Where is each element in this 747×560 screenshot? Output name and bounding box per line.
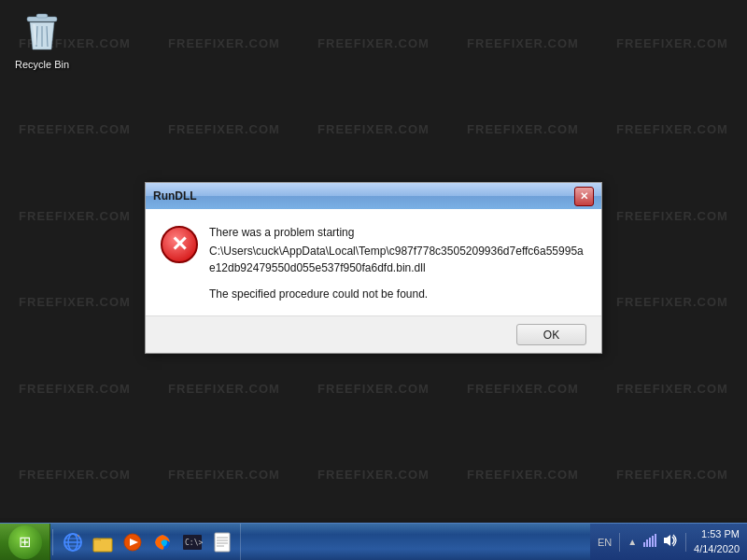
sound-tray-icon[interactable] <box>663 533 678 551</box>
dialog-content: ✕ There was a problem starting C:\Users\… <box>146 209 601 315</box>
ie-taskbar-icon[interactable] <box>59 528 87 556</box>
svg-rect-23 <box>643 542 645 547</box>
explorer-taskbar-icon[interactable] <box>89 528 117 556</box>
svg-marker-28 <box>664 535 670 546</box>
taskbar-tasks <box>241 524 590 560</box>
clock-time: 1:53 PM <box>694 527 740 541</box>
system-tray: EN ▲ 1:53 PM 4/14/2020 <box>590 524 747 560</box>
watermark: FREEFIXER.COM <box>19 209 131 223</box>
taskbar: ⊞ <box>0 523 747 560</box>
watermark: FREEFIXER.COM <box>317 36 430 50</box>
watermark: FREEFIXER.COM <box>467 122 579 136</box>
network-tray-icon[interactable] <box>642 533 657 551</box>
message-line2: The specified procedure could not be fou… <box>209 286 586 302</box>
recycle-bin-icon[interactable]: Recycle Bin <box>9 9 75 71</box>
watermark: FREEFIXER.COM <box>616 468 728 482</box>
recycle-bin-label: Recycle Bin <box>15 59 69 70</box>
message-path: C:\Users\cuck\AppData\Local\Temp\c987f77… <box>209 243 586 276</box>
svg-rect-26 <box>652 536 654 547</box>
watermark: FREEFIXER.COM <box>19 122 131 136</box>
media-taskbar-icon[interactable] <box>119 528 147 556</box>
dialog-title: RunDLL <box>153 189 197 203</box>
dialog-message: There was a problem starting C:\Users\cu… <box>209 224 586 302</box>
watermark: FREEFIXER.COM <box>317 468 430 482</box>
watermark: FREEFIXER.COM <box>616 122 728 136</box>
watermark: FREEFIXER.COM <box>616 209 728 223</box>
watermark: FREEFIXER.COM <box>467 468 579 482</box>
watermark: FREEFIXER.COM <box>467 36 579 50</box>
svg-rect-1 <box>36 14 48 18</box>
watermark: FREEFIXER.COM <box>168 468 280 482</box>
clock-divider <box>685 533 686 552</box>
watermark: FREEFIXER.COM <box>467 382 579 396</box>
recycle-bin-image <box>20 9 64 54</box>
svg-rect-27 <box>655 534 656 547</box>
tray-divider <box>619 533 620 552</box>
close-icon: ✕ <box>580 190 588 203</box>
watermark: FREEFIXER.COM <box>317 382 430 396</box>
watermark: FREEFIXER.COM <box>616 36 728 50</box>
watermark: FREEFIXER.COM <box>19 468 131 482</box>
watermark: FREEFIXER.COM <box>168 36 280 50</box>
watermark: FREEFIXER.COM <box>616 295 728 309</box>
system-clock[interactable]: 1:53 PM 4/14/2020 <box>694 527 740 556</box>
start-orb: ⊞ <box>8 525 42 559</box>
svg-rect-24 <box>646 539 648 547</box>
clock-date: 4/14/2020 <box>694 542 740 556</box>
notepad-taskbar-icon[interactable] <box>208 528 236 556</box>
firefox-taskbar-icon[interactable] <box>148 528 176 556</box>
ok-button[interactable]: OK <box>516 324 586 345</box>
message-line1: There was a problem starting <box>209 224 586 241</box>
watermark: FREEFIXER.COM <box>19 382 131 396</box>
svg-text:C:\>_: C:\>_ <box>185 539 203 547</box>
windows-logo-icon: ⊞ <box>19 533 31 551</box>
dialog-footer: OK <box>146 315 601 353</box>
error-symbol: ✕ <box>171 232 188 257</box>
start-button[interactable]: ⊞ <box>0 524 50 561</box>
rundll-dialog: RunDLL ✕ ✕ There was a problem starting … <box>145 182 602 354</box>
watermark: FREEFIXER.COM <box>616 382 728 396</box>
dialog-titlebar: RunDLL ✕ <box>146 183 601 209</box>
svg-rect-10 <box>93 539 112 552</box>
watermark: FREEFIXER.COM <box>19 295 131 309</box>
desktop: FREEFIXER.COM FREEFIXER.COM FREEFIXER.CO… <box>0 0 747 518</box>
watermark: FREEFIXER.COM <box>168 122 280 136</box>
watermark: FREEFIXER.COM <box>168 382 280 396</box>
error-icon: ✕ <box>161 226 198 263</box>
svg-rect-11 <box>93 539 101 540</box>
cmd-taskbar-icon[interactable]: C:\>_ <box>178 528 206 556</box>
keyboard-tray-icon[interactable]: EN <box>598 537 612 548</box>
watermark: FREEFIXER.COM <box>317 122 430 136</box>
quick-launch: C:\>_ <box>55 524 241 560</box>
dialog-close-button[interactable]: ✕ <box>574 187 594 206</box>
up-arrow-tray-icon[interactable]: ▲ <box>627 537 637 547</box>
taskbar-divider-1 <box>52 529 53 555</box>
svg-rect-25 <box>649 538 651 547</box>
svg-rect-18 <box>215 533 230 552</box>
